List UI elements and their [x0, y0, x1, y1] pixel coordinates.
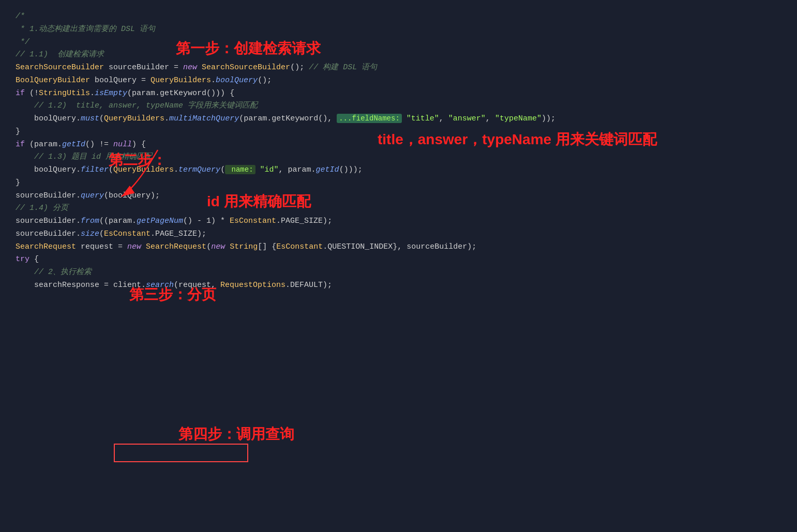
code-line-18: // 1.4) 分页: [16, 202, 787, 215]
code-line-2: */: [16, 36, 787, 49]
step2-prefix-annotation: 第二步：: [109, 149, 167, 172]
code-line-1: * 1.动态构建出查询需要的 DSL 语句: [16, 23, 787, 36]
code-line-26: // 2、执行检索: [16, 266, 787, 279]
code-line-8: boolQuery.must(QueryBuilders.multiMatchQ…: [16, 113, 787, 126]
code-line-6: if (!StringUtils.isEmpty(param.getKeywor…: [16, 87, 787, 100]
step2-id-annotation: id 用来精确匹配: [207, 190, 311, 214]
code-line-7: // 1.2) title, answer, typeName 字段用来关键词匹…: [16, 100, 787, 113]
code-line-5: BoolQueryBuilder boolQuery = QueryBuilde…: [16, 74, 787, 87]
step2-suffix-annotation: title，answer，typeName 用来关键词匹配: [378, 128, 657, 151]
code-line-20: sourceBuilder.size(EsConstant.PAGE_SIZE)…: [16, 228, 787, 241]
code-line-3: // 1.1) 创建检索请求: [16, 49, 787, 62]
code-line-25: try {: [16, 253, 787, 266]
code-line-13: }: [16, 177, 787, 190]
code-line-15: sourceBuilder.query(boolQuery);: [16, 190, 787, 203]
code-line-0: /*: [16, 10, 787, 23]
step3-annotation: 第三步：分页: [129, 283, 216, 307]
code-line-23: SearchRequest request = new SearchReques…: [16, 241, 787, 254]
step4-annotation: 第四步：调用查询: [178, 423, 294, 446]
code-container: 第一步：创建检索请求 第二步： title，answer，typeName 用来…: [5, 5, 797, 297]
search-highlight-box: [114, 444, 248, 462]
step1-annotation: 第一步：创建检索请求: [176, 37, 321, 60]
code-line-19: sourceBuilder.from((param.getPageNum() -…: [16, 215, 787, 228]
code-line-4: SearchSourceBuilder sourceBuilder = new …: [16, 62, 787, 74]
